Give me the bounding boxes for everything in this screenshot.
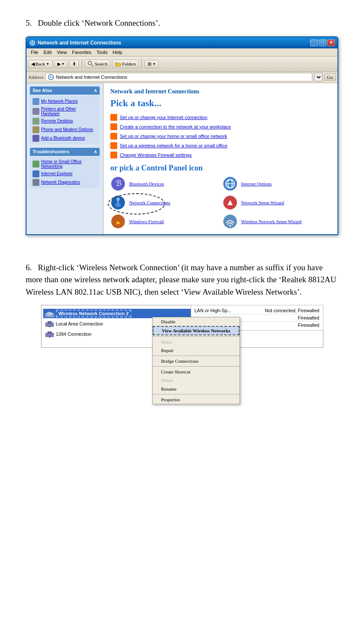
search-label: Search: [95, 61, 107, 66]
remote-desktop-icon: [33, 118, 39, 125]
step5-description: Double click ‘Network Connections’.: [38, 18, 160, 27]
icon-firewall[interactable]: Windows Firewall: [110, 214, 219, 229]
task-workplace-label: Create a connection to the network at yo…: [120, 124, 231, 129]
svg-rect-15: [115, 203, 121, 207]
see-also-collapse-icon: ∧: [94, 88, 97, 93]
svg-point-20: [229, 225, 231, 227]
menu-view[interactable]: View: [54, 49, 70, 55]
sidebar-ie[interactable]: Internet Explorer: [33, 170, 97, 178]
view-button[interactable]: ⊞ ▼: [145, 60, 159, 68]
task-workplace[interactable]: Create a connection to the network at yo…: [110, 123, 331, 130]
firewall-icon: [110, 214, 126, 229]
address-box[interactable]: Network and Internet Connections: [45, 73, 312, 81]
xp-title-text: Network and Internet Connections: [38, 40, 121, 46]
folder-icon: [115, 61, 121, 67]
ctx-sep1: [153, 336, 240, 337]
network-diagnostics-icon: [33, 179, 39, 186]
task-home-network[interactable]: Set up or change your home or small offi…: [110, 133, 331, 140]
task-arrow-icon5: [110, 152, 117, 158]
ctx-delete: Delete: [153, 376, 240, 385]
xp-addressbar: Address Network and Internet Connections…: [27, 72, 337, 83]
svg-rect-24: [47, 321, 52, 323]
troubleshooters-header: Troubleshooters ∧: [30, 148, 100, 156]
up-icon: ⬆: [72, 61, 76, 67]
ctx-delete-label: Delete: [161, 378, 174, 383]
sidebar-phone-modem[interactable]: Phone and Modem Options: [33, 125, 97, 134]
icon-network-connections[interactable]: Network Connections: [110, 195, 219, 210]
ctx-disable[interactable]: Disable: [153, 317, 240, 326]
task-wireless-label: Set up a wireless network for a home or …: [120, 143, 228, 148]
ctx-repair[interactable]: Repair: [153, 346, 240, 355]
local-area-icon: [45, 320, 54, 328]
menu-file[interactable]: File: [28, 49, 41, 55]
ctx-disable-label: Disable: [161, 319, 176, 324]
back-button[interactable]: ◀ Back ▼: [28, 60, 53, 68]
icon-network-setup-label: Network Setup Wizard: [241, 200, 284, 205]
ctx-sep3: [153, 366, 240, 367]
bluetooth-label: Add a Bluetooth device: [41, 136, 85, 140]
ctx-status: Status: [153, 337, 240, 346]
task-internet[interactable]: Set up or change your Internet connectio…: [110, 114, 331, 121]
wireless-setup-icon: [222, 214, 238, 229]
sidebar-network-diagnostics[interactable]: Network Diagnostics: [33, 178, 97, 187]
svg-line-5: [92, 65, 93, 66]
icon-network-setup[interactable]: Network Setup Wizard: [222, 195, 331, 210]
my-network-label: My Network Places: [41, 99, 78, 104]
ctx-shortcut[interactable]: Create Shortcut: [153, 367, 240, 376]
close-button[interactable]: ✕: [327, 39, 335, 46]
main-area-title: Network and Internet Connections: [110, 88, 331, 95]
step6: 6. Right-click ‘Wireless Network Connect…: [26, 262, 338, 348]
search-button[interactable]: Search: [85, 60, 110, 68]
sidebar-printers[interactable]: Printers and OtherHardware: [33, 106, 97, 117]
menu-edit[interactable]: Edit: [41, 49, 54, 55]
task-firewall-label: Change Windows Firewall settings: [120, 152, 192, 158]
ie-label: Internet Explorer: [41, 171, 73, 176]
svg-point-22: [49, 315, 50, 316]
ctx-bridge[interactable]: Bridge Connections: [153, 357, 240, 365]
not-connected-label: Not connected, Firewalled: [265, 308, 319, 313]
bluetooth-icon: [33, 135, 39, 142]
xp-content: See Also ∧ My Network Places Printers an…: [27, 83, 337, 234]
icon-bluetooth[interactable]: ℬ Bluetooth Devices: [110, 176, 219, 191]
icon-internet-options[interactable]: Internet Options: [222, 176, 331, 191]
icon-wireless-setup[interactable]: Wireless Network Setup Wizard: [222, 214, 331, 229]
ie-icon: [33, 170, 39, 177]
ctx-view-wireless-label: View Available Wireless Networks: [162, 328, 231, 333]
menu-help[interactable]: Help: [110, 49, 125, 55]
step5-text: 5. Double click ‘Network Connections’.: [26, 17, 338, 30]
icon-network-connections-label: Network Connections: [129, 200, 170, 205]
firewalled-label1: Firewalled: [298, 315, 319, 320]
local-conn-name: Local Area Connection: [56, 321, 104, 326]
wireless-conn-icon: [45, 310, 54, 317]
see-also-content: My Network Places Printers and OtherHard…: [30, 96, 100, 144]
ctx-bridge-label: Bridge Connections: [161, 358, 199, 364]
menu-favorites[interactable]: Favorites: [69, 49, 94, 55]
sidebar-bluetooth[interactable]: Add a Bluetooth device: [33, 134, 97, 143]
up-button[interactable]: ⬆: [69, 60, 79, 68]
sidebar-remote-desktop[interactable]: Remote Desktop: [33, 117, 97, 125]
sidebar-home-networking[interactable]: Home or Small OfficeNetworking: [33, 158, 97, 170]
lan-or-highsp-label: LAN or High-Sp...: [195, 308, 231, 313]
go-button[interactable]: Go: [324, 74, 336, 81]
sidebar-my-network[interactable]: My Network Places: [33, 97, 97, 106]
home-networking-label: Home or Small OfficeNetworking: [41, 159, 82, 169]
address-dropdown[interactable]: ▼: [314, 73, 323, 81]
network-title-icon: [29, 39, 36, 46]
internet-options-icon: [222, 176, 238, 191]
maximize-button[interactable]: □: [319, 39, 326, 46]
task-home-label: Set up or change your home or small offi…: [120, 134, 227, 139]
forward-button[interactable]: ▶ ▼: [54, 60, 68, 68]
icon-wireless-setup-label: Wireless Network Setup Wizard: [241, 219, 302, 224]
minimize-button[interactable]: _: [310, 39, 318, 46]
task-wireless[interactable]: Set up a wireless network for a home or …: [110, 142, 331, 149]
folders-button[interactable]: Folders: [112, 60, 139, 68]
menu-tools[interactable]: Tools: [94, 49, 110, 55]
xp-window-buttons: _ □ ✕: [310, 39, 335, 46]
ctx-properties[interactable]: Properties: [153, 395, 240, 404]
ctx-view-wireless[interactable]: View Available Wireless Networks: [153, 326, 240, 335]
task-firewall[interactable]: Change Windows Firewall settings: [110, 152, 331, 158]
ctx-rename[interactable]: Rename: [153, 385, 240, 393]
status-row1: LAN or High-Sp... Not connected, Firewal…: [195, 308, 320, 314]
back-dropdown-icon: ▼: [46, 62, 50, 66]
conn-1394-name: 1394 Connection: [56, 331, 92, 337]
